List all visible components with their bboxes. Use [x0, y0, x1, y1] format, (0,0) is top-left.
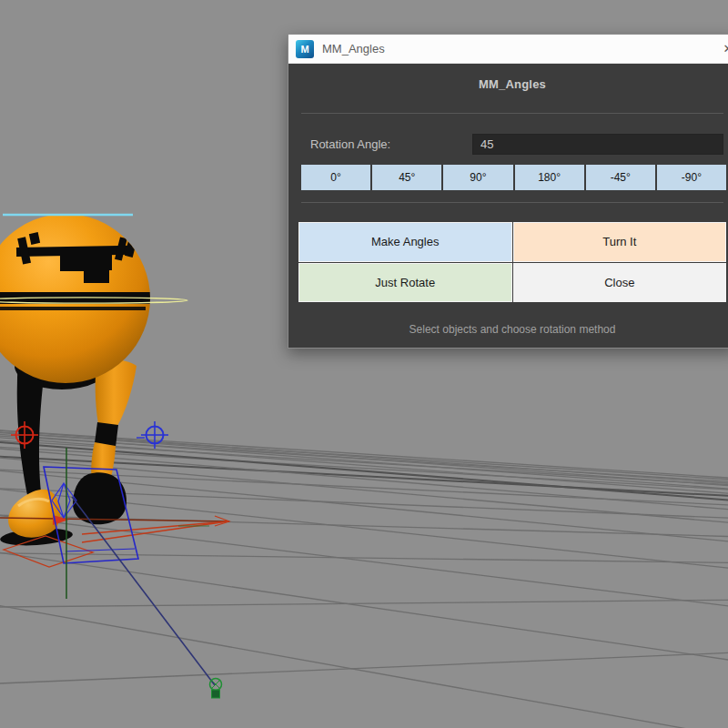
close-button[interactable]: Close [513, 263, 727, 303]
mm-angles-window: M MM_Angles ✕ MM_Angles Rotation Angle: … [288, 34, 728, 349]
angle-preset-90[interactable]: 90° [443, 165, 512, 190]
angle-preset-neg45[interactable]: -45° [586, 165, 655, 190]
maya-icon-letter: M [300, 41, 308, 57]
blue-box-inner-edge [66, 549, 135, 551]
rotation-angle-label: Rotation Angle: [310, 137, 390, 151]
maya-application: M MM_Angles ✕ MM_Angles Rotation Angle: … [0, 0, 728, 728]
window-titlebar[interactable]: M MM_Angles ✕ [288, 35, 728, 64]
close-icon[interactable]: ✕ [720, 42, 728, 56]
locator-base [212, 690, 220, 698]
window-title: MM_Angles [322, 42, 385, 56]
maya-app-icon: M [296, 40, 314, 58]
status-hint-text: Select objects and choose rotation metho… [288, 323, 728, 336]
make-angles-button[interactable]: Make Angles [298, 222, 512, 262]
separator [301, 113, 723, 114]
angle-preset-row: 0° 45° 90° 180° -45° -90° [301, 165, 726, 190]
ik-handle-line [72, 497, 215, 685]
angle-preset-neg90[interactable]: -90° [657, 165, 726, 190]
angle-preset-180[interactable]: 180° [515, 165, 584, 190]
character-body[interactable] [0, 214, 187, 383]
angle-preset-45[interactable]: 45° [372, 165, 441, 190]
left-hoof [8, 490, 60, 538]
just-rotate-button[interactable]: Just Rotate [298, 263, 512, 303]
rotation-angle-input[interactable] [472, 134, 723, 155]
turn-it-button[interactable]: Turn It [513, 222, 727, 262]
action-button-grid: Make Angles Turn It Just Rotate Close [298, 222, 726, 302]
separator [301, 202, 723, 203]
dialog-heading: MM_Angles [288, 64, 728, 91]
dialog-body: MM_Angles Rotation Angle: 0° 45° 90° 180… [288, 64, 728, 348]
angle-preset-0[interactable]: 0° [301, 165, 370, 190]
